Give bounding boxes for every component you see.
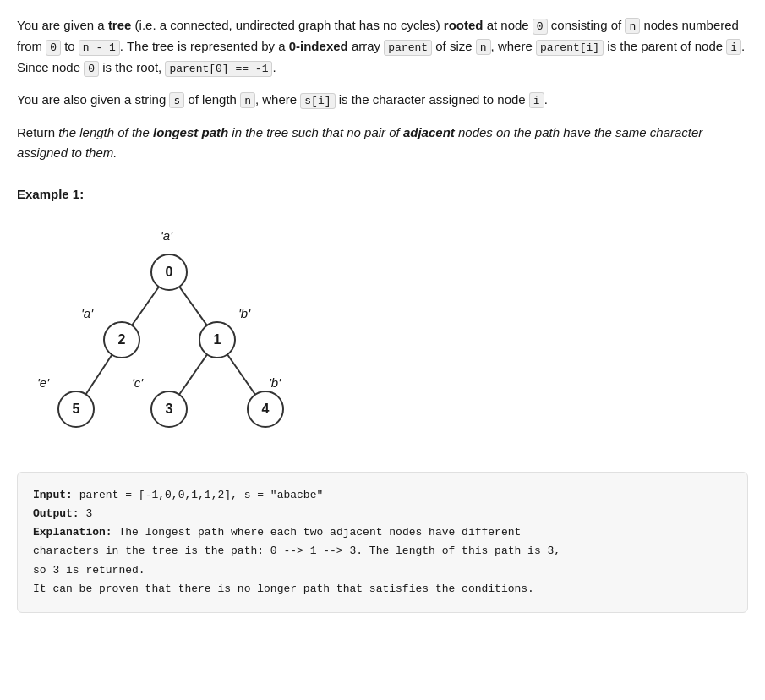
explanation-text-4: It can be proven that there is no longer… bbox=[33, 582, 534, 595]
node-label-3: 'c' bbox=[132, 375, 143, 390]
output-label: Output: bbox=[33, 507, 79, 520]
paragraph1: You are given a tree (i.e. a connected, … bbox=[17, 15, 748, 78]
explanation-label: Explanation: bbox=[33, 526, 112, 539]
explanation-line-4: It can be proven that there is no longer… bbox=[33, 580, 732, 599]
tree-node-1: 1 bbox=[199, 321, 236, 358]
explanation-line-3: so 3 is returned. bbox=[33, 561, 732, 580]
code-input-line: Input: parent = [-1,0,0,1,1,2], s = "aba… bbox=[33, 486, 732, 505]
code-block: Input: parent = [-1,0,0,1,1,2], s = "aba… bbox=[17, 472, 748, 613]
input-label: Input: bbox=[33, 489, 73, 501]
output-value: 3 bbox=[85, 507, 92, 520]
explanation-text-1: The longest path where each two adjacent… bbox=[118, 526, 521, 539]
example-label: Example 1: bbox=[17, 187, 748, 201]
input-value: parent = [-1,0,0,1,1,2], s = "abacbe" bbox=[79, 489, 324, 501]
node-label-0: 'a' bbox=[161, 228, 172, 243]
tree-node-4: 4 bbox=[247, 391, 284, 428]
tree-node-2: 2 bbox=[103, 321, 140, 358]
node-label-1: 'b' bbox=[238, 306, 250, 320]
explanation-line-2: characters in the tree is the path: 0 --… bbox=[33, 542, 732, 561]
node-label-2: 'a' bbox=[81, 306, 93, 320]
node-label-5: 'e' bbox=[37, 375, 49, 390]
paragraph3: Return the length of the longest path in… bbox=[17, 123, 748, 163]
explanation-text-3: so 3 is returned. bbox=[33, 564, 145, 577]
explanation-text-2: characters in the tree is the path: 0 --… bbox=[33, 544, 560, 557]
tree-node-5: 5 bbox=[57, 391, 95, 428]
code-explanation-line: Explanation: The longest path where each… bbox=[33, 523, 732, 542]
code-output-line: Output: 3 bbox=[33, 505, 732, 523]
tree-node-0: 0 bbox=[150, 254, 188, 291]
tree-node-3: 3 bbox=[150, 391, 188, 428]
paragraph2: You are also given a string s of length … bbox=[17, 90, 748, 111]
node-label-4: 'b' bbox=[269, 375, 281, 390]
